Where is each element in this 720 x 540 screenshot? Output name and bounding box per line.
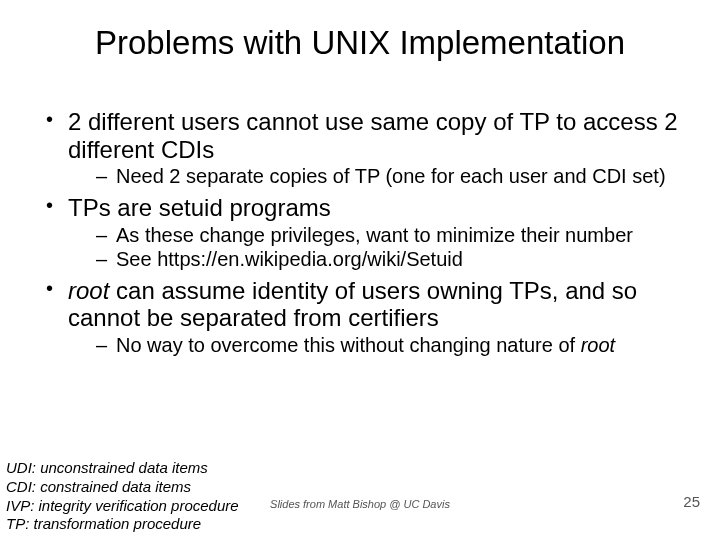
- def-udi: UDI: unconstrained data items: [6, 459, 239, 478]
- footer-attribution: Slides from Matt Bishop @ UC Davis: [0, 498, 720, 510]
- bullet-3-sub-1-pre: No way to overcome this without changing…: [116, 334, 581, 356]
- bullet-2-text: TPs are setuid programs: [68, 194, 331, 221]
- bullet-2: TPs are setuid programs As these change …: [40, 194, 690, 271]
- bullet-3: root can assume identity of users owning…: [40, 277, 690, 357]
- bullet-2-sub-2: See https://en.wikipedia.org/wiki/Setuid: [68, 248, 690, 271]
- bullet-3-sub-1-it: root: [581, 334, 615, 356]
- bullet-3-sub-1: No way to overcome this without changing…: [68, 334, 690, 357]
- bullet-2-sub-1: As these change privileges, want to mini…: [68, 224, 690, 247]
- slide-body: 2 different users cannot use same copy o…: [40, 108, 690, 363]
- bullet-1-text: 2 different users cannot use same copy o…: [68, 108, 678, 163]
- bullet-1-sub-1: Need 2 separate copies of TP (one for ea…: [68, 165, 690, 188]
- slide-title: Problems with UNIX Implementation: [0, 24, 720, 62]
- page-number: 25: [683, 493, 700, 510]
- def-cdi: CDI: constrained data items: [6, 478, 239, 497]
- bullet-1: 2 different users cannot use same copy o…: [40, 108, 690, 188]
- def-tp: TP: transformation procedure: [6, 515, 239, 534]
- slide: Problems with UNIX Implementation 2 diff…: [0, 0, 720, 540]
- bullet-3-text: can assume identity of users owning TPs,…: [68, 277, 637, 332]
- footer-definitions: UDI: unconstrained data items CDI: const…: [6, 459, 239, 534]
- bullet-3-italic: root: [68, 277, 109, 304]
